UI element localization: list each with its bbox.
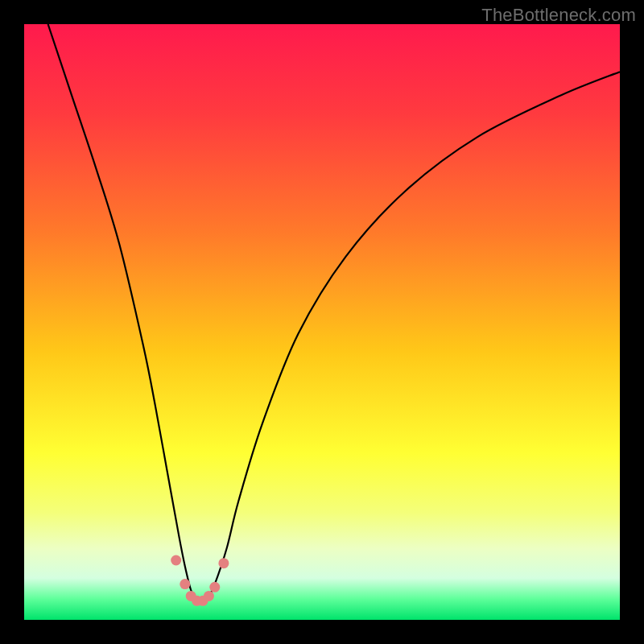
- chart-plot: [24, 24, 620, 620]
- marker-point: [180, 579, 190, 589]
- chart-frame: [24, 24, 620, 620]
- marker-point: [218, 558, 229, 568]
- marker-point: [204, 591, 214, 601]
- marker-point: [209, 582, 220, 592]
- bottleneck-curve: [48, 24, 620, 603]
- marker-point: [171, 555, 181, 566]
- watermark-text: TheBottleneck.com: [481, 5, 636, 26]
- marker-group: [171, 555, 229, 606]
